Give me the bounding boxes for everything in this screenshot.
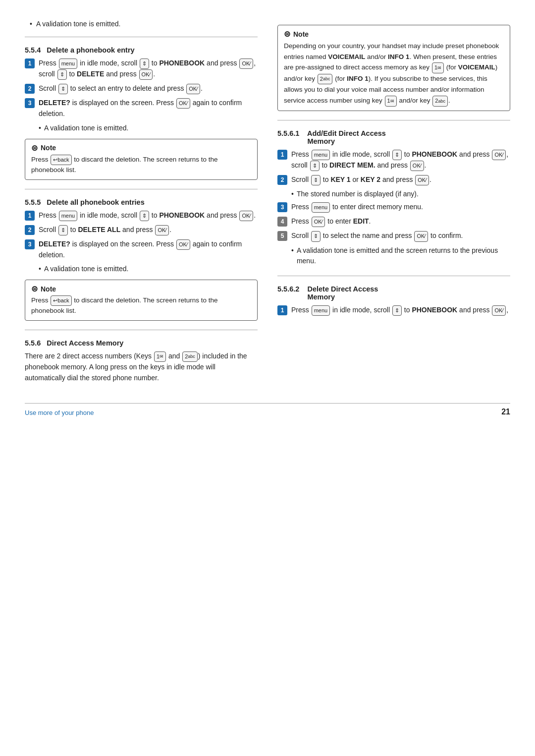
divider-right-1 — [277, 120, 510, 120]
note-icon-top: ⊜ — [284, 29, 290, 39]
steps-5561: 1 Press menu in idle mode, scroll ⇕ to P… — [277, 149, 510, 185]
ok-key2: OK∕ — [139, 69, 153, 80]
step-5561-3: 3 Press menu to enter direct memory menu… — [277, 202, 510, 213]
divider-1 — [25, 37, 258, 37]
section-555: 5.5.5 Delete all phonebook entries 1 Pre… — [25, 198, 258, 321]
scroll-key3: ⇕ — [58, 84, 68, 94]
voice-key: 1✉ — [432, 62, 444, 73]
step-5561-num-3: 3 — [277, 202, 287, 212]
step-5561-2-text: Scroll ⇕ to KEY 1 or KEY 2 and press OK∕… — [291, 174, 510, 185]
bullet-555-text: A validation tone is emitted. — [44, 264, 128, 275]
section-5561: 5.5.6.1 Add/Edit Direct Access Memory 1 … — [277, 129, 510, 267]
step-554-1: 1 Press menu in idle mode, scroll ⇕ to P… — [25, 58, 258, 80]
back-key: ↩back — [51, 155, 71, 165]
step-5561-2: 2 Scroll ⇕ to KEY 1 or KEY 2 and press O… — [277, 174, 510, 185]
ok-key4: OK∕ — [176, 98, 190, 109]
note-555-text: Press ↩back to discard the deletion. The… — [31, 295, 251, 316]
scroll-555-2: ⇕ — [58, 225, 68, 235]
menu-5562: menu — [312, 305, 330, 316]
top-bullet-text: A validation tone is emitted. — [36, 20, 120, 28]
ok-5561-4: OK∕ — [312, 217, 325, 227]
note-554-text: Press ↩back to discard the deletion. The… — [31, 155, 251, 175]
section-555-title: 5.5.5 Delete all phonebook entries — [25, 198, 258, 206]
section-554-title: 5.5.4 Delete a phonebook entry — [25, 46, 258, 54]
steps-5562: 1 Press menu in idle mode, scroll ⇕ to P… — [277, 305, 510, 316]
section-556: 5.5.6 Direct Access Memory There are 2 d… — [25, 339, 258, 383]
top-bullet: • A validation tone is emitted. — [30, 20, 258, 28]
step-555-3-text: DELETE? is displayed on the screen. Pres… — [39, 239, 258, 261]
ok-5561-2: OK∕ — [410, 161, 424, 171]
bullet-555: • A validation tone is emitted. — [39, 264, 258, 275]
step-5561-num-2: 2 — [277, 175, 287, 185]
menu-5561: menu — [312, 150, 330, 160]
scroll-5561-1: ⇕ — [392, 150, 402, 160]
bullet-5561-1-text: The stored number is displayed (if any). — [297, 189, 419, 200]
ok-555-3: OK∕ — [176, 239, 190, 250]
divider-right-2 — [277, 276, 510, 276]
section-5562: 5.5.6.2 Delete Direct Access Memory 1 Pr… — [277, 285, 510, 316]
step-554-3-text: DELETE? is displayed on the screen. Pres… — [39, 98, 258, 119]
step-555-2: 2 Scroll ⇕ to DELETE ALL and press OK∕. — [25, 225, 258, 235]
note-icon-554: ⊜ — [31, 143, 38, 153]
back-key-555: ↩back — [51, 295, 71, 306]
dial-key1: 1✉ — [385, 96, 397, 107]
steps-5561-cont: 3 Press menu to enter direct memory menu… — [277, 202, 510, 241]
step-num-3: 3 — [25, 98, 35, 108]
step-554-3: 3 DELETE? is displayed on the screen. Pr… — [25, 98, 258, 119]
menu-key-555: menu — [59, 211, 78, 221]
bullet-5561-1: • The stored number is displayed (if any… — [291, 189, 510, 200]
step-555-num-3: 3 — [25, 239, 35, 249]
ok-5561-3: OK∕ — [415, 175, 429, 185]
ok-5561-5: OK∕ — [414, 231, 428, 241]
scroll-key2: ⇕ — [57, 69, 67, 80]
note-icon-555: ⊜ — [31, 284, 38, 293]
section-556-body: There are 2 direct access numbers (Keys … — [25, 351, 258, 383]
right-column: ⊜ Note Depending on your country, your h… — [277, 20, 510, 388]
scroll-5561-2: ⇕ — [310, 161, 320, 171]
step-555-num-2: 2 — [25, 225, 35, 235]
step-554-2: 2 Scroll ⇕ to select an entry to delete … — [25, 83, 258, 94]
note-top-title: ⊜ Note — [284, 29, 504, 39]
step-5562-1-text: Press menu in idle mode, scroll ⇕ to PHO… — [291, 305, 510, 316]
bullet-554: • A validation tone is emitted. — [39, 123, 258, 134]
left-column: • A validation tone is emitted. 5.5.4 De… — [25, 20, 258, 388]
step-5561-4-text: Press OK∕ to enter EDIT. — [291, 216, 510, 227]
step-555-3: 3 DELETE? is displayed on the screen. Pr… — [25, 239, 258, 261]
step-5561-num-5: 5 — [277, 231, 287, 241]
key2-icon: 2abc — [182, 351, 198, 362]
step-5562-1: 1 Press menu in idle mode, scroll ⇕ to P… — [277, 305, 510, 316]
section-556-title: 5.5.6 Direct Access Memory — [25, 339, 258, 347]
step-5561-1-text: Press menu in idle mode, scroll ⇕ to PHO… — [291, 149, 510, 171]
bullet-5561-2-text: A validation tone is emitted and the scr… — [297, 245, 510, 267]
steps-554: 1 Press menu in idle mode, scroll ⇕ to P… — [25, 58, 258, 119]
footer-left: Use more of your phone — [25, 409, 94, 416]
step-5561-num-1: 1 — [277, 150, 287, 160]
step-555-2-text: Scroll ⇕ to DELETE ALL and press OK∕. — [39, 225, 258, 235]
step-554-2-text: Scroll ⇕ to select an entry to delete an… — [39, 83, 258, 94]
step-num-1: 1 — [25, 58, 35, 68]
note-554: ⊜ Note Press ↩back to discard the deleti… — [25, 139, 258, 180]
step-5561-4: 4 Press OK∕ to enter EDIT. — [277, 216, 510, 227]
menu-key: menu — [59, 58, 78, 69]
section-5561-title: 5.5.6.1 Add/Edit Direct Access Memory — [277, 129, 510, 145]
menu-5561-3: menu — [312, 202, 330, 213]
ok-key3: OK∕ — [186, 84, 200, 94]
bullet-5561-2: • A validation tone is emitted and the s… — [291, 245, 510, 267]
step-5562-num-1: 1 — [277, 305, 287, 315]
scroll-5561-3: ⇕ — [311, 175, 321, 185]
step-5561-5-text: Scroll ⇕ to select the name and press OK… — [291, 231, 510, 241]
step-555-1-text: Press menu in idle mode, scroll ⇕ to PHO… — [39, 210, 258, 221]
ok-555-1: OK∕ — [239, 211, 253, 221]
footer: Use more of your phone 21 — [25, 403, 510, 416]
step-num-2: 2 — [25, 84, 35, 94]
key1-icon: 1✉ — [154, 351, 166, 362]
divider-3 — [25, 330, 258, 330]
scroll-key: ⇕ — [140, 58, 149, 69]
note-554-title: ⊜ Note — [31, 143, 251, 153]
steps-555: 1 Press menu in idle mode, scroll ⇕ to P… — [25, 210, 258, 261]
ok-555-2: OK∕ — [155, 225, 169, 235]
note-top-text: Depending on your country, your handset … — [284, 41, 504, 107]
note-555: ⊜ Note Press ↩back to discard the deleti… — [25, 280, 258, 321]
step-554-1-text: Press menu in idle mode, scroll ⇕ to PHO… — [39, 58, 258, 80]
step-5561-5: 5 Scroll ⇕ to select the name and press … — [277, 231, 510, 241]
